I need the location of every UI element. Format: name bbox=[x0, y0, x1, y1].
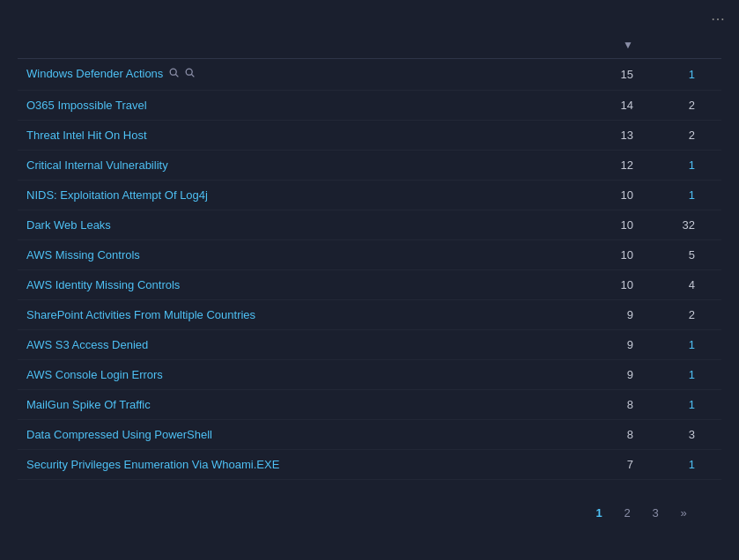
table-row: MailGun Spike Of Traffic81 bbox=[18, 390, 721, 420]
detections-table: ▼ Windows Defender Actions151O365 Imposs… bbox=[18, 32, 721, 480]
total-cell: 1 bbox=[651, 360, 721, 390]
severity-cell: 10 bbox=[580, 181, 651, 210]
total-cell: 1 bbox=[651, 450, 721, 480]
table-body: Windows Defender Actions151O365 Impossib… bbox=[18, 59, 721, 480]
total-cell: 1 bbox=[651, 59, 721, 91]
table-row: AWS Console Login Errors91 bbox=[18, 360, 721, 390]
total-cell: 5 bbox=[651, 240, 721, 270]
total-cell: 2 bbox=[651, 300, 721, 330]
total-cell: 3 bbox=[651, 420, 721, 450]
alert-name-cell[interactable]: Windows Defender Actions bbox=[18, 59, 580, 91]
pagination: 123» bbox=[18, 501, 721, 524]
table-row: NIDS: Exploitation Attempt Of Log4j101 bbox=[18, 181, 721, 210]
total-cell: 1 bbox=[651, 151, 721, 181]
menu-dots-icon[interactable]: ⋯ bbox=[711, 11, 725, 27]
table-row: Windows Defender Actions151 bbox=[18, 59, 721, 91]
total-cell: 1 bbox=[651, 390, 721, 420]
table-row: Security Privileges Enumeration Via Whoa… bbox=[18, 450, 721, 480]
table-row: Threat Intel Hit On Host132 bbox=[18, 121, 721, 151]
table-row: SharePoint Activities From Multiple Coun… bbox=[18, 300, 721, 330]
alert-name-cell[interactable]: AWS Identity Missing Controls bbox=[18, 270, 580, 300]
total-header bbox=[651, 32, 721, 59]
severity-cell: 7 bbox=[580, 450, 651, 480]
severity-cell: 10 bbox=[580, 270, 651, 300]
alert-name-cell[interactable]: NIDS: Exploitation Attempt Of Log4j bbox=[18, 181, 580, 210]
page-button-3[interactable]: 3 bbox=[644, 501, 667, 524]
alert-category-header bbox=[18, 32, 580, 59]
total-cell: 2 bbox=[651, 121, 721, 151]
alert-name-cell[interactable]: Data Compressed Using PowerShell bbox=[18, 420, 580, 450]
severity-cell: 8 bbox=[580, 390, 651, 420]
total-cell: 32 bbox=[651, 210, 721, 240]
table-header-row: ▼ bbox=[18, 32, 721, 59]
page-button-1[interactable]: 1 bbox=[588, 501, 610, 524]
severity-cell: 12 bbox=[580, 151, 651, 181]
table-row: O365 Impossible Travel142 bbox=[18, 91, 721, 121]
alert-name-cell[interactable]: Critical Internal Vulnerability bbox=[18, 151, 580, 181]
total-cell: 4 bbox=[651, 270, 721, 300]
total-cell: 1 bbox=[651, 181, 721, 210]
alert-name-cell[interactable]: SharePoint Activities From Multiple Coun… bbox=[18, 300, 580, 330]
severity-cell: 15 bbox=[580, 59, 651, 91]
alert-name-cell[interactable]: AWS Console Login Errors bbox=[18, 360, 580, 390]
table-row: AWS S3 Access Denied91 bbox=[18, 330, 721, 360]
table-row: AWS Missing Controls105 bbox=[18, 240, 721, 270]
main-container: ⋯ ▼ Windows Defender Actions151O365 Impo… bbox=[0, 0, 739, 538]
alert-name-cell[interactable]: AWS Missing Controls bbox=[18, 240, 580, 270]
severity-cell: 9 bbox=[580, 300, 651, 330]
table-row: Data Compressed Using PowerShell83 bbox=[18, 420, 721, 450]
page-button-2[interactable]: 2 bbox=[616, 501, 639, 524]
severity-cell: 9 bbox=[580, 360, 651, 390]
alert-name-cell[interactable]: O365 Impossible Travel bbox=[18, 91, 580, 121]
alert-name-cell[interactable]: AWS S3 Access Denied bbox=[18, 330, 580, 360]
total-cell: 2 bbox=[651, 91, 721, 121]
alert-name-cell[interactable]: Threat Intel Hit On Host bbox=[18, 121, 580, 151]
svg-point-0 bbox=[171, 69, 177, 75]
svg-line-3 bbox=[192, 74, 195, 77]
severity-cell: 14 bbox=[580, 91, 651, 121]
pagination-next-button[interactable]: » bbox=[672, 501, 695, 524]
search-icon-1[interactable] bbox=[168, 67, 181, 82]
severity-cell: 9 bbox=[580, 330, 651, 360]
severity-cell: 8 bbox=[580, 420, 651, 450]
alert-name-cell[interactable]: Dark Web Leaks bbox=[18, 210, 580, 240]
search-icons-group bbox=[168, 67, 196, 82]
severity-cell: 10 bbox=[580, 240, 651, 270]
svg-point-2 bbox=[187, 69, 193, 75]
table-row: Critical Internal Vulnerability121 bbox=[18, 151, 721, 181]
alert-name-cell[interactable]: MailGun Spike Of Traffic bbox=[18, 390, 580, 420]
table-row: Dark Web Leaks1032 bbox=[18, 210, 721, 240]
severity-cell: 13 bbox=[580, 121, 651, 151]
alert-name-cell[interactable]: Security Privileges Enumeration Via Whoa… bbox=[18, 450, 580, 480]
svg-line-1 bbox=[176, 74, 179, 77]
search-icon-2[interactable] bbox=[184, 67, 196, 82]
total-cell: 1 bbox=[651, 330, 721, 360]
sort-arrow-icon[interactable]: ▼ bbox=[623, 39, 633, 51]
severity-header: ▼ bbox=[580, 32, 651, 59]
severity-cell: 10 bbox=[580, 210, 651, 240]
table-row: AWS Identity Missing Controls104 bbox=[18, 270, 721, 300]
